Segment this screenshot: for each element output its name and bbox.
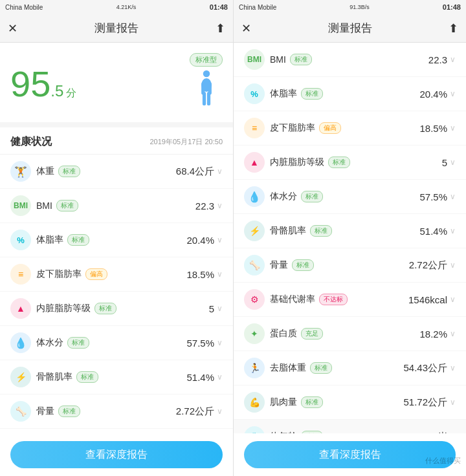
list-item[interactable]: ⚙ 基础代谢率 不达标 1546kcal ∨ — [0, 429, 233, 433]
subcutfat-icon: ≡ — [244, 118, 265, 138]
left-panel: China Mobile 4.21K/s 01:48 ✕ 测量报告 ⬆ 95 .… — [0, 0, 233, 476]
score-value: 95 .5 分 — [10, 66, 76, 102]
status-badge: 标准 — [67, 234, 89, 246]
item-value: 5 — [209, 303, 214, 314]
status-badge: 标准 — [94, 303, 116, 314]
bmi-icon: BMI — [244, 49, 265, 70]
list-item[interactable]: 💪 肌肉量 标准 51.72公斤 ∨ — [234, 385, 466, 420]
item-label: 骨量 标准 — [270, 259, 409, 271]
list-item[interactable]: ▲ 内脏脂肪等级 标准 5 ∨ — [234, 146, 466, 180]
item-label: 体水分 标准 — [36, 337, 186, 349]
status-badge: 标准 — [301, 191, 323, 202]
right-status-bar: China Mobile 91.3B/s 01:48 — [234, 0, 466, 14]
left-bottom-bar: 查看深度报告 — [0, 433, 233, 476]
status-badge: 偏高 — [85, 268, 107, 280]
chevron-down-icon: ∨ — [450, 363, 456, 373]
chevron-down-icon: ∨ — [217, 373, 223, 382]
weight-icon: 🏋 — [10, 161, 31, 182]
chevron-down-icon: ∨ — [450, 192, 456, 201]
list-item[interactable]: 🦴 骨量 标准 2.72公斤 ∨ — [0, 395, 233, 429]
chevron-down-icon: ∨ — [217, 235, 223, 244]
list-item[interactable]: ≡ 皮下脂肪率 偏高 18.5% ∨ — [234, 111, 466, 146]
item-label: BMI 标准 — [270, 54, 428, 65]
item-label: 去脂体重 标准 — [270, 362, 403, 374]
list-item[interactable]: % 体脂率 标准 20.4% ∨ — [0, 223, 233, 257]
item-value: 54.43公斤 — [403, 362, 447, 374]
right-bottom-bar: 查看深度报告 什么值得买 — [234, 433, 466, 476]
item-label: 蛋白质 充足 — [270, 328, 419, 340]
item-value: 5 — [442, 157, 447, 168]
item-label: 骨骼肌率 标准 — [36, 371, 186, 383]
status-badge: 不达标 — [319, 294, 348, 305]
right-header: ✕ 测量报告 ⬆ — [234, 14, 466, 43]
list-item[interactable]: ≡ 皮下脂肪率 偏高 18.5% ∨ — [0, 257, 233, 292]
item-value: 18.2% — [419, 329, 447, 340]
list-item[interactable]: 🗓 体年龄 达标 28岁 ∧ — [234, 420, 466, 433]
list-item[interactable]: ✦ 蛋白质 充足 18.2% ∨ — [234, 317, 466, 351]
body-type-badge: 标准型 — [190, 53, 223, 67]
list-item[interactable]: 🦴 骨量 标准 2.72公斤 ∨ — [234, 248, 466, 283]
list-item[interactable]: % 体脂率 标准 20.4% ∨ — [234, 77, 466, 111]
water-icon: 💧 — [10, 332, 31, 353]
left-back-icon[interactable]: ✕ — [8, 21, 27, 36]
chevron-down-icon: ∨ — [217, 270, 223, 279]
list-item[interactable]: ⚡ 骨骼肌率 标准 51.4% ∨ — [0, 360, 233, 395]
list-item[interactable]: 💧 体水分 标准 57.5% ∨ — [0, 326, 233, 360]
list-item[interactable]: 🏋 体重 标准 68.4公斤 ∨ — [0, 155, 233, 189]
status-badge: 标准 — [58, 406, 80, 417]
right-back-icon[interactable]: ✕ — [241, 21, 261, 36]
left-carrier: China Mobile — [5, 4, 43, 11]
list-item[interactable]: BMI BMI 标准 22.3 ∨ — [0, 189, 233, 223]
svg-point-0 — [203, 70, 210, 78]
list-item[interactable]: BMI BMI 标准 22.3 ∨ — [234, 43, 466, 77]
status-badge: 标准 — [310, 362, 332, 374]
chevron-down-icon: ∨ — [450, 158, 456, 167]
visceral-icon: ▲ — [244, 152, 265, 173]
bodyfat-icon: % — [244, 83, 265, 104]
item-label: 肌肉量 标准 — [270, 396, 403, 408]
item-value: 1546kcal — [408, 294, 447, 305]
item-label: 骨骼肌率 标准 — [270, 225, 419, 237]
status-badge: 标准 — [328, 157, 350, 168]
list-item[interactable]: ▲ 内脏脂肪等级 标准 5 ∨ — [0, 292, 233, 326]
list-item[interactable]: 🏃 去脂体重 标准 54.43公斤 ∨ — [234, 351, 466, 385]
left-share-icon[interactable]: ⬆ — [206, 21, 225, 36]
chevron-down-icon: ∨ — [450, 55, 456, 64]
list-item[interactable]: 💧 体水分 标准 57.5% ∨ — [234, 180, 466, 214]
chevron-down-icon: ∨ — [450, 89, 456, 98]
muscle-mass-icon: 💪 — [244, 392, 265, 413]
chevron-down-icon: ∨ — [450, 295, 456, 304]
status-badge: 标准 — [301, 88, 323, 100]
item-value: 68.4公斤 — [176, 166, 214, 178]
chevron-down-icon: ∨ — [217, 201, 223, 210]
right-carrier: China Mobile — [239, 4, 276, 11]
item-value: 2.72公斤 — [409, 259, 447, 272]
chevron-down-icon: ∨ — [217, 338, 223, 347]
list-item[interactable]: ⚡ 骨骼肌率 标准 51.4% ∨ — [234, 214, 466, 248]
status-badge: 标准 — [67, 337, 89, 349]
item-label: BMI 标准 — [36, 200, 195, 211]
svg-rect-4 — [202, 92, 205, 105]
right-share-icon[interactable]: ⬆ — [439, 21, 458, 36]
item-value: 2.72公斤 — [176, 406, 214, 418]
bodyfat-icon: % — [10, 230, 31, 250]
bone-icon: 🦴 — [10, 401, 31, 422]
muscle-rate-icon: ⚡ — [10, 367, 31, 387]
status-badge: 标准 — [310, 225, 332, 237]
right-deep-report-button[interactable]: 查看深度报告 — [244, 441, 456, 468]
muscle-rate-icon: ⚡ — [244, 221, 265, 241]
bone-icon: 🦴 — [244, 255, 265, 276]
left-time: 01:48 — [210, 3, 228, 11]
right-panel: China Mobile 91.3B/s 01:48 ✕ 测量报告 ⬆ BMI … — [233, 0, 466, 476]
body-figure: 标准型 — [190, 53, 223, 114]
chevron-down-icon: ∨ — [450, 261, 456, 270]
status-badge: 标准 — [290, 54, 312, 65]
deep-report-button[interactable]: 查看深度报告 — [10, 441, 223, 468]
item-label: 基础代谢率 不达标 — [270, 294, 408, 305]
item-value: 51.72公斤 — [403, 396, 447, 409]
item-value: 20.4% — [419, 89, 447, 100]
right-signal: 91.3B/s — [350, 4, 370, 10]
status-badge: 充足 — [301, 328, 323, 340]
list-item[interactable]: ⚙ 基础代谢率 不达标 1546kcal ∨ — [234, 283, 466, 317]
status-badge: 标准 — [301, 396, 323, 408]
